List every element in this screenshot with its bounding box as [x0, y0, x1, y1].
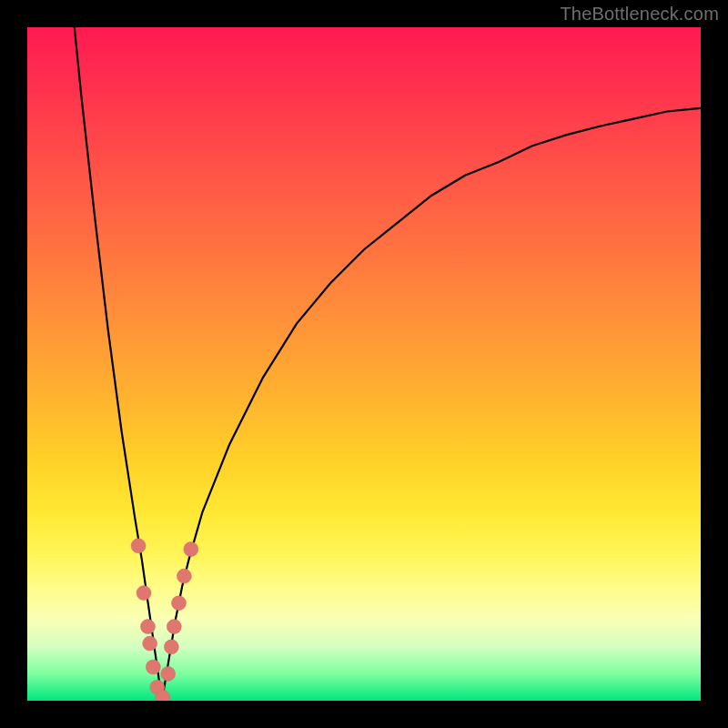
data-marker — [146, 660, 160, 674]
data-marker — [184, 542, 198, 557]
bottleneck-chart-svg — [27, 27, 701, 701]
data-marker — [177, 569, 191, 583]
outer-frame: TheBottleneck.com — [0, 0, 728, 728]
data-marker — [143, 636, 157, 651]
plot-area — [27, 27, 701, 701]
watermark-text: TheBottleneck.com — [560, 4, 719, 25]
data-marker — [140, 620, 155, 634]
data-marker — [172, 596, 187, 611]
data-marker — [161, 666, 176, 681]
data-marker — [167, 620, 181, 634]
bottleneck-curve — [75, 27, 701, 701]
data-marker — [136, 586, 151, 601]
data-marker — [131, 539, 146, 553]
data-marker — [164, 640, 178, 654]
